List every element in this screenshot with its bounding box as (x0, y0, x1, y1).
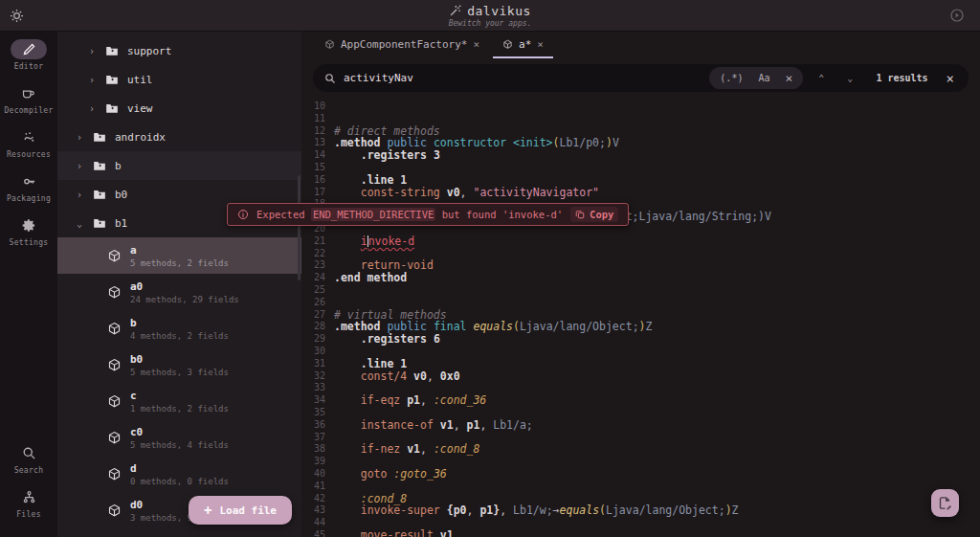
tree-folder-support[interactable]: ›support (57, 36, 301, 65)
save-edit-fab[interactable] (931, 489, 959, 517)
class-name: a (130, 244, 229, 257)
chevron-down-icon[interactable]: ⌄ (77, 218, 84, 229)
sidebar-item-label: Packaging (7, 194, 51, 203)
chevron-right-icon[interactable]: › (77, 132, 84, 143)
sidebar-item-editor[interactable]: Editor (11, 39, 47, 71)
chevron-right-icon[interactable]: › (89, 103, 97, 114)
line-number: 11 (301, 113, 334, 125)
line-number: 37 (301, 432, 334, 444)
line-number: 36 (301, 419, 334, 432)
code-editor[interactable]: 101112# direct methods13.method public c… (301, 97, 980, 537)
run-play-circle-icon[interactable] (947, 6, 967, 25)
tab-close-icon[interactable]: × (473, 38, 479, 51)
chevron-right-icon[interactable]: › (77, 190, 84, 200)
gear-icon (11, 215, 47, 235)
tree-scrollbar[interactable] (298, 175, 301, 280)
results-count: 1 results (876, 73, 927, 83)
tree-folder-androidx[interactable]: ›androidx (57, 123, 301, 151)
class-name: d (130, 462, 229, 475)
sidebar-item-label: Files (16, 510, 41, 519)
code-line: 21 invoke-d (301, 235, 980, 248)
tree-class-d[interactable]: d0 methods, 0 fields (57, 456, 301, 492)
nav-rail: EditorDecompilerResourcesPackagingSettin… (0, 32, 57, 537)
tree-class-b[interactable]: b4 methods, 2 fields (57, 310, 301, 347)
tree-folder-b[interactable]: ›b (57, 151, 301, 180)
next-result-chevron-icon[interactable]: ⌄ (839, 73, 860, 83)
line-number: 33 (301, 382, 334, 394)
error-tooltip: Expected END_METHOD_DIRECTIVE but found … (227, 203, 629, 226)
code-line: 24.end method (301, 272, 980, 284)
code-line: 25 (301, 284, 980, 297)
line-number: 31 (301, 358, 334, 370)
error-info-icon (237, 209, 249, 220)
search-bar[interactable]: activityNav (.*) Aa × ⌃ ⌄ 1 results × (313, 64, 969, 92)
prev-result-chevron-icon[interactable]: ⌃ (811, 73, 832, 83)
sidebar-item-decompiler[interactable]: Decompiler (4, 83, 53, 115)
line-number: 14 (301, 149, 334, 162)
code-line: 40 goto :goto_36 (301, 468, 980, 481)
line-number: 22 (301, 248, 334, 260)
clear-search-icon[interactable]: × (778, 71, 799, 85)
theme-toggle-icon[interactable] (0, 0, 33, 32)
tab-close-icon[interactable]: × (537, 38, 544, 51)
chevron-right-icon[interactable]: › (89, 75, 97, 85)
code-line: 38 if-nez v1, :cond_8 (301, 443, 980, 456)
line-number: 41 (301, 481, 334, 493)
magic-wand-icon (449, 5, 461, 17)
tree-class-b0[interactable]: b05 methods, 3 fields (57, 347, 301, 383)
class-meta: 5 methods, 2 fields (130, 258, 229, 268)
chevron-right-icon[interactable]: › (89, 46, 97, 56)
class-name: c (130, 390, 229, 402)
class-meta: 5 methods, 4 fields (130, 440, 229, 450)
class-cube-icon (107, 503, 122, 518)
tree-class-c0[interactable]: c05 methods, 4 fields (57, 419, 301, 456)
line-number: 38 (301, 443, 334, 456)
line-number: 40 (301, 468, 334, 481)
sidebar-item-files[interactable]: Files (11, 487, 47, 519)
tab-a[interactable]: a*× (493, 32, 553, 58)
copy-error-button[interactable]: Copy (570, 207, 618, 222)
code-line: 14 .registers 3 (301, 149, 980, 162)
line-number: 30 (301, 346, 334, 358)
sidebar-item-label: Decompiler (4, 106, 53, 115)
sidebar-item-search[interactable]: Search (11, 443, 47, 475)
sidebar-item-packaging[interactable]: Packaging (7, 171, 51, 203)
tree-folder-util[interactable]: ›util (57, 65, 301, 94)
search-options-group: (.*) Aa × (709, 67, 803, 89)
files-tree-icon (11, 487, 47, 507)
sidebar-item-resources[interactable]: Resources (7, 127, 51, 159)
line-number: 45 (301, 529, 334, 537)
line-number: 32 (301, 370, 334, 383)
regex-toggle[interactable]: (.*) (713, 73, 749, 83)
case-sensitive-toggle[interactable]: Aa (751, 73, 776, 83)
folder-label: support (127, 45, 171, 57)
sidebar-item-settings[interactable]: Settings (10, 215, 49, 247)
close-search-icon[interactable]: × (944, 71, 957, 86)
app-title: dalvikus (467, 4, 531, 18)
brand: dalvikus Bewitch your apps. (0, 0, 980, 32)
tab-class-icon (502, 39, 513, 50)
tree-folder-view[interactable]: ›view (57, 94, 301, 123)
chevron-right-icon[interactable]: › (77, 161, 84, 171)
copy-label: Copy (590, 209, 613, 220)
load-file-button[interactable]: + Load file (189, 496, 292, 525)
tree-class-a0[interactable]: a024 methods, 29 fields (57, 274, 301, 310)
class-cube-icon (107, 431, 122, 445)
class-cube-icon (107, 249, 122, 263)
search-input[interactable]: activityNav (344, 72, 413, 84)
tab-label: AppComponentFactory* (341, 38, 467, 51)
line-number: 27 (301, 309, 334, 322)
folder-label: b (115, 160, 122, 172)
copy-icon (575, 210, 585, 219)
line-number: 43 (301, 504, 334, 517)
line-number: 10 (301, 101, 334, 113)
tree-class-a[interactable]: a5 methods, 2 fields (57, 237, 301, 274)
tab-AppComponentFactory[interactable]: AppComponentFactory*× (315, 32, 489, 58)
editor-area: AppComponentFactory*×a*× activityNav (.*… (301, 32, 980, 537)
tree-class-c[interactable]: c1 methods, 2 fields (57, 383, 301, 419)
error-message: Expected END_METHOD_DIRECTIVE but found … (256, 209, 563, 220)
pencil-icon (11, 39, 47, 59)
folder-label: b1 (115, 217, 127, 230)
cup-icon (11, 83, 47, 103)
plus-icon: + (204, 503, 212, 518)
